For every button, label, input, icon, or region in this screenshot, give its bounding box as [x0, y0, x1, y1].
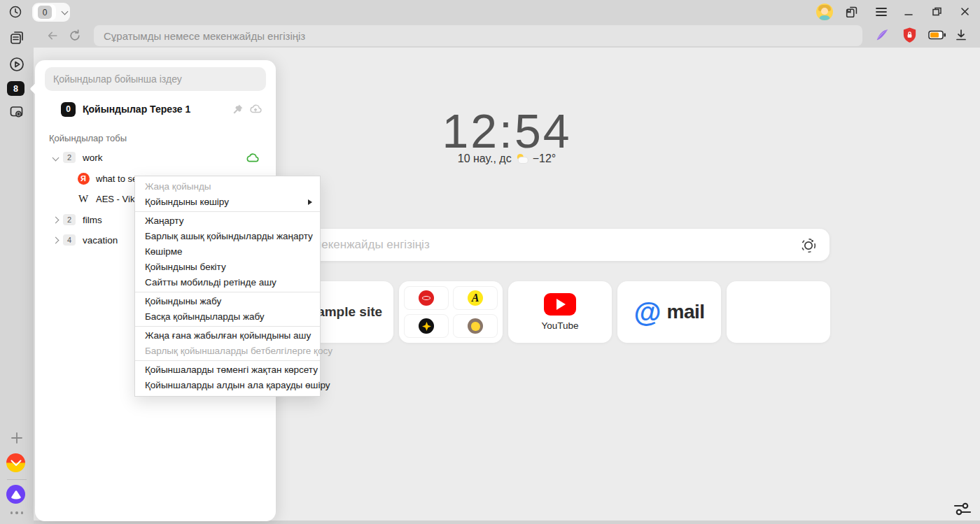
menu-item-new-tab: Жаңа қойынды: [135, 179, 320, 194]
chevron-right-icon[interactable]: [52, 236, 59, 243]
menu-item-copy-tab[interactable]: Қойындыны көшіру: [135, 194, 320, 210]
tab-badge: 0: [38, 6, 52, 19]
submenu-arrow-icon: [308, 199, 312, 205]
sun-behind-cloud-icon: [516, 153, 528, 164]
temperature: −12°: [533, 153, 556, 165]
group-row-work[interactable]: 2 work: [35, 149, 276, 166]
chevron-right-icon[interactable]: [52, 216, 59, 223]
tab-count-badge[interactable]: 8: [7, 81, 24, 96]
smart-camera-icon[interactable]: [800, 236, 817, 253]
panel-search-input[interactable]: [45, 73, 266, 85]
battery-icon[interactable]: [928, 29, 946, 41]
background-settings-sliders-icon[interactable]: [951, 498, 974, 519]
menu-separator: [135, 326, 320, 327]
add-plus-icon[interactable]: [7, 428, 27, 448]
minimize-button[interactable]: [902, 6, 916, 18]
browser-window: 0 8: [0, 0, 980, 524]
address-bar: [94, 25, 862, 46]
chevron-down-icon[interactable]: [52, 154, 59, 161]
menu-item-show-tabs-bottom[interactable]: Қойыншаларды төменгі жақтан көрсету: [135, 362, 320, 378]
yandex-mail-icon[interactable]: [6, 453, 25, 472]
group-count: 2: [63, 152, 76, 163]
menu-separator: [135, 360, 320, 361]
mail-at-logo: @: [634, 298, 661, 326]
group-favicon-apple[interactable]: [453, 314, 498, 338]
tab-strip: 0: [32, 3, 70, 22]
restore-button[interactable]: [930, 5, 944, 17]
menu-hamburger-icon[interactable]: [874, 5, 889, 19]
tab-dropdown-chevron-icon[interactable]: [62, 8, 69, 15]
refresh-button[interactable]: [67, 28, 83, 43]
download-icon[interactable]: [953, 27, 969, 43]
group-favicon-auto[interactable]: [404, 286, 449, 310]
menu-item-open-mobile[interactable]: Сайтты мобильді ретінде ашу: [135, 275, 320, 290]
alice-assistant-icon[interactable]: [6, 485, 25, 504]
group-name: work: [83, 153, 103, 163]
youtube-logo: [544, 293, 576, 316]
menu-item-reopen-closed[interactable]: Жаңа ғана жабылған қойындыны ашу: [135, 328, 320, 344]
tabs-panel-icon[interactable]: [7, 28, 27, 48]
profile-avatar[interactable]: [816, 3, 833, 20]
date-weather-row[interactable]: 10 нау., дс −12°: [458, 153, 556, 165]
tile-mail[interactable]: @ mail: [617, 281, 721, 343]
menu-item-close-others[interactable]: Басқа қойындыларды жабу: [135, 309, 320, 325]
active-tab[interactable]: 0: [34, 4, 56, 20]
address-input[interactable]: [94, 30, 862, 42]
menu-item-pin-tab[interactable]: Қойындыны бекіту: [135, 260, 320, 275]
tile-tab-group[interactable]: A: [399, 281, 503, 343]
groups-heading: Қойындылар тобы: [49, 133, 127, 143]
menu-item-close-tab[interactable]: Қойындыны жабу: [135, 294, 320, 309]
menu-item-bookmark-all: Барлық қойыншаларды бетбелгілерге қосу: [135, 344, 320, 359]
video-play-icon[interactable]: [7, 55, 27, 74]
collections-icon[interactable]: [844, 3, 860, 20]
panel-search: [45, 67, 266, 91]
pin-icon[interactable]: [232, 104, 244, 115]
menu-item-refresh[interactable]: Жаңарту: [135, 213, 320, 229]
wikipedia-favicon: W: [78, 193, 88, 205]
group-count: 2: [63, 214, 76, 225]
tile-label: YouTube: [541, 320, 578, 331]
window-badge: 0: [61, 102, 76, 117]
pen-feather-icon[interactable]: [874, 27, 890, 43]
cloud-sync-icon[interactable]: [249, 104, 262, 115]
group-count: 4: [63, 234, 76, 246]
history-clock-icon[interactable]: [7, 3, 24, 20]
rail-divider: [7, 479, 27, 480]
menu-separator: [135, 211, 320, 212]
menu-separator: [135, 292, 320, 292]
cloud-synced-icon[interactable]: [246, 153, 259, 163]
more-dots-icon[interactable]: [8, 510, 25, 516]
clock: 12:54: [442, 104, 571, 158]
menu-item-disable-tab-preview[interactable]: Қойыншаларды алдын ала қарауды өшіру: [135, 378, 320, 393]
protect-shield-icon[interactable]: [901, 26, 918, 44]
group-favicon-burst[interactable]: [404, 314, 449, 338]
group-name: films: [83, 215, 102, 225]
menu-item-refresh-all[interactable]: Барлық ашық қойындыларды жаңарту: [135, 229, 320, 244]
group-name: vacation: [83, 235, 118, 246]
back-button[interactable]: [45, 28, 60, 43]
menu-item-duplicate[interactable]: Көшірме: [135, 244, 320, 260]
window-title: Қойындылар Терезе 1: [83, 104, 190, 115]
date-text: 10 нау., дс: [458, 153, 512, 165]
window-row[interactable]: 0 Қойындылар Терезе 1: [35, 100, 276, 118]
group-favicon-afisha[interactable]: A: [453, 286, 498, 310]
tile-label: mail: [666, 301, 704, 323]
tile-empty[interactable]: [727, 281, 830, 343]
tile-youtube[interactable]: YouTube: [508, 281, 612, 343]
tab-context-menu: Жаңа қойынды Қойындыны көшіру Жаңарту Ба…: [134, 176, 321, 397]
screenshot-camera-icon[interactable]: [7, 102, 27, 122]
close-button[interactable]: [958, 5, 972, 17]
yandex-favicon: Я: [78, 173, 90, 185]
